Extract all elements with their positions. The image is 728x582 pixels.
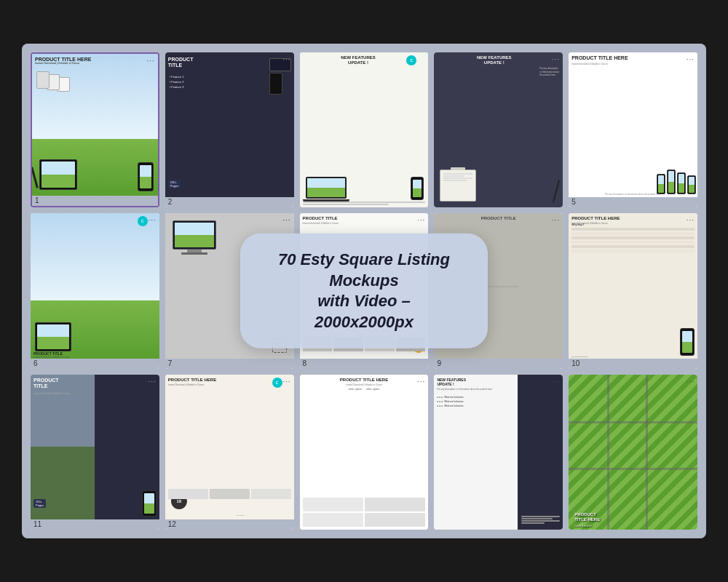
thumb-number-7: 7	[165, 359, 294, 369]
thumbnail-8[interactable]: ··· PRODUCT TITLE Instant Download | Edi…	[300, 213, 429, 368]
thumb-number-11: 11	[31, 519, 159, 530]
dots-menu-6[interactable]: ···	[148, 216, 156, 224]
thumbnail-2[interactable]: ··· PRODUCTTITLE • Feature 1• Feature 2•…	[165, 52, 294, 207]
dots-menu-11[interactable]: ···	[148, 378, 156, 386]
dots-menu-4[interactable]: ···	[552, 55, 560, 63]
dots-menu-9[interactable]: ···	[552, 216, 560, 224]
num-badge-2: 100+Pages	[168, 180, 181, 188]
main-container: ··· PRODUCT TITLE HERE Instant Download …	[22, 44, 706, 538]
thumbnail-grid: ··· PRODUCT TITLE HERE Instant Download …	[31, 52, 697, 530]
dots-menu-7[interactable]: ···	[282, 216, 290, 224]
feature-list-2: • Feature 1• Feature 2• Feature 3	[170, 74, 184, 90]
dots-menu-5[interactable]: ···	[687, 55, 695, 63]
dots-menu-15[interactable]: ···	[687, 378, 695, 386]
thumbnail-12[interactable]: ··· C PRODUCT TITLE HERE Instant Downloa…	[165, 375, 294, 530]
thumbnail-9[interactable]: ··· www.youretssyshopname.here PRODUCT T…	[434, 213, 563, 368]
thumbnail-4[interactable]: ··· NEW FEATURESUPDATE ! Put any descrip…	[434, 52, 563, 207]
thumbnail-15[interactable]: ··· PRODUCTTITLE HERE Instant Download	[569, 375, 697, 530]
thumb-number-1: 1	[32, 196, 158, 206]
thumbnail-10[interactable]: ··· PRODUCT TITLE HERE Instant Download …	[569, 213, 697, 368]
num-badge-11: 100+Pages	[33, 499, 46, 508]
thumbnail-6[interactable]: C ··· PRODUCT TITLE Instant Download | E…	[31, 213, 159, 368]
dots-menu-13[interactable]: ···	[417, 378, 425, 386]
thumbnail-5[interactable]: ··· PRODUCT TITLE HERE Instant Download …	[569, 52, 697, 207]
thumbnail-14[interactable]: ··· NEW FEATURESUPDATE ! Put any descrip…	[434, 375, 563, 530]
dots-menu-14[interactable]: ···	[552, 378, 560, 386]
thumb-number-8: 8	[300, 359, 429, 369]
canva-badge-12: C	[272, 378, 282, 388]
captions-8	[303, 337, 426, 351]
thumbnail-3[interactable]: C NEW FEATURESUPDATE !	[300, 52, 429, 207]
thumbnail-1[interactable]: ··· PRODUCT TITLE HERE Instant Download …	[31, 52, 159, 207]
dots-menu-12[interactable]: ···	[282, 378, 290, 386]
thumb-number-2: 2	[165, 197, 294, 207]
thumb-number-6: 6	[31, 359, 159, 369]
thumbnail-11[interactable]: ··· PRODUCTTITLE Instant Download | Edit…	[31, 375, 159, 530]
thumb-number-12: 12	[165, 519, 294, 530]
captions-12	[168, 489, 291, 499]
thumbnail-7[interactable]: ··· FREESHIP 7	[165, 213, 294, 368]
dots-menu-1[interactable]: ···	[146, 57, 154, 65]
dots-menu-8[interactable]: ···	[417, 216, 425, 224]
thumb-number-5: 5	[569, 197, 697, 207]
dots-menu-10[interactable]: ···	[687, 216, 695, 224]
thumb-number-9: 9	[434, 359, 563, 369]
thumbnail-13[interactable]: ··· PRODUCT TITLE HERE Instant Download …	[300, 375, 429, 530]
dots-menu-2[interactable]: ···	[282, 55, 290, 63]
title-1: PRODUCT TITLE HERE Instant Download | Ed…	[35, 57, 155, 65]
thumb-number-10: 10	[569, 359, 697, 369]
